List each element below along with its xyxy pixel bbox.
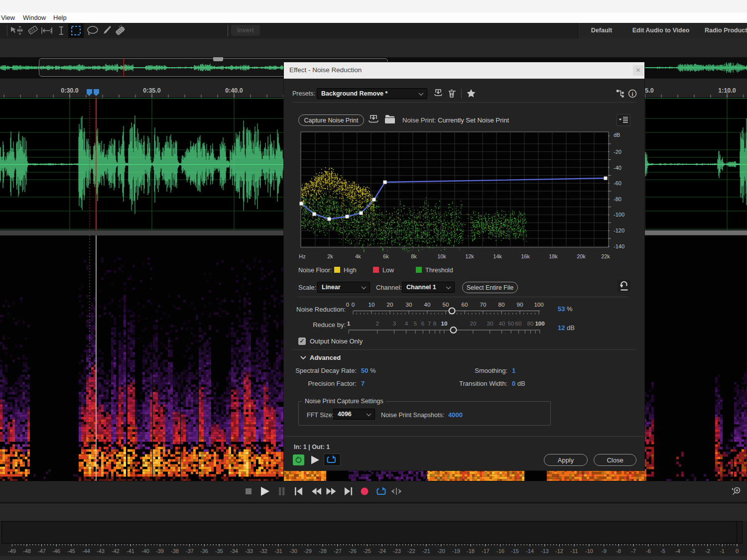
svg-text:-20: -20 bbox=[437, 548, 445, 554]
svg-text:10: 10 bbox=[369, 302, 375, 308]
svg-text:5: 5 bbox=[414, 321, 417, 327]
svg-text:-9: -9 bbox=[602, 548, 607, 554]
svg-text:18k: 18k bbox=[549, 253, 558, 259]
svg-text:-100: -100 bbox=[614, 212, 624, 218]
svg-text:-32: -32 bbox=[259, 548, 267, 554]
svg-text:-15: -15 bbox=[511, 548, 519, 554]
svg-text:-13: -13 bbox=[541, 548, 549, 554]
svg-text:-19: -19 bbox=[452, 548, 460, 554]
svg-text:-11: -11 bbox=[570, 548, 578, 554]
svg-text:0: 0 bbox=[352, 302, 355, 308]
svg-text:4: 4 bbox=[405, 321, 408, 327]
svg-text:-23: -23 bbox=[393, 548, 401, 554]
svg-text:100: 100 bbox=[534, 302, 543, 308]
svg-text:Low: Low bbox=[382, 267, 394, 274]
svg-text:-14: -14 bbox=[526, 548, 534, 554]
svg-text:8k: 8k bbox=[411, 253, 417, 259]
svg-text:Noise Floor:: Noise Floor: bbox=[298, 267, 332, 274]
svg-text:-44: -44 bbox=[82, 548, 90, 554]
svg-text:-10: -10 bbox=[585, 548, 593, 554]
svg-text:30: 30 bbox=[406, 302, 412, 308]
svg-text:High: High bbox=[344, 267, 357, 274]
svg-text:-34: -34 bbox=[230, 548, 238, 554]
svg-text:-42: -42 bbox=[112, 548, 120, 554]
svg-text:20: 20 bbox=[470, 321, 477, 327]
svg-text:-49: -49 bbox=[8, 548, 16, 554]
svg-text:12k: 12k bbox=[465, 253, 474, 259]
svg-text:30: 30 bbox=[487, 321, 494, 327]
svg-text:80: 80 bbox=[498, 302, 505, 308]
svg-text:0: 0 bbox=[346, 302, 349, 308]
svg-text:-36: -36 bbox=[200, 548, 208, 554]
svg-text:50: 50 bbox=[508, 321, 514, 327]
svg-text:2k: 2k bbox=[327, 253, 333, 259]
svg-text:6k: 6k bbox=[383, 253, 389, 259]
svg-text:-41: -41 bbox=[126, 548, 134, 554]
svg-text:-29: -29 bbox=[304, 548, 312, 554]
svg-text:-27: -27 bbox=[334, 548, 342, 554]
svg-text:-38: -38 bbox=[171, 548, 179, 554]
svg-text:6: 6 bbox=[421, 321, 424, 327]
svg-text:-26: -26 bbox=[349, 548, 357, 554]
svg-text:-17: -17 bbox=[482, 548, 490, 554]
svg-text:8: 8 bbox=[433, 321, 436, 327]
svg-text:2: 2 bbox=[376, 321, 379, 327]
svg-text:-31: -31 bbox=[274, 548, 282, 554]
svg-text:100: 100 bbox=[535, 321, 544, 327]
svg-text:dB: dB bbox=[614, 132, 620, 138]
svg-text:70: 70 bbox=[480, 302, 487, 308]
svg-text:-43: -43 bbox=[97, 548, 105, 554]
svg-text:-18: -18 bbox=[467, 548, 475, 554]
svg-text:-7: -7 bbox=[631, 548, 636, 554]
svg-text:-22: -22 bbox=[407, 548, 415, 554]
svg-text:-48: -48 bbox=[23, 548, 31, 554]
svg-text:1: 1 bbox=[347, 321, 351, 327]
svg-text:-16: -16 bbox=[497, 548, 504, 554]
svg-text:-46: -46 bbox=[52, 548, 60, 554]
svg-text:-140: -140 bbox=[614, 243, 624, 249]
svg-text:i: i bbox=[631, 91, 633, 97]
svg-text:-30: -30 bbox=[289, 548, 297, 554]
svg-text:22k: 22k bbox=[601, 253, 610, 259]
svg-text:-25: -25 bbox=[363, 548, 371, 554]
svg-text:-4: -4 bbox=[675, 548, 680, 554]
svg-text:90: 90 bbox=[517, 302, 523, 308]
svg-text:-47: -47 bbox=[38, 548, 46, 554]
svg-text:50: 50 bbox=[443, 302, 449, 308]
svg-text:-20: -20 bbox=[614, 149, 622, 155]
svg-text:-28: -28 bbox=[319, 548, 327, 554]
svg-text:40: 40 bbox=[424, 302, 431, 308]
svg-text:10k: 10k bbox=[437, 253, 446, 259]
svg-text:20k: 20k bbox=[577, 253, 586, 259]
svg-text:3: 3 bbox=[393, 321, 396, 327]
svg-text:-45: -45 bbox=[67, 548, 75, 554]
svg-text:-3: -3 bbox=[690, 548, 695, 554]
svg-text:16k: 16k bbox=[521, 253, 530, 259]
svg-text:-60: -60 bbox=[614, 180, 622, 186]
svg-text:-33: -33 bbox=[245, 548, 253, 554]
svg-text:-1: -1 bbox=[720, 548, 725, 554]
svg-text:-8: -8 bbox=[616, 548, 621, 554]
svg-text:40: 40 bbox=[499, 321, 505, 327]
svg-text:4k: 4k bbox=[355, 253, 361, 259]
svg-text:0: 0 bbox=[736, 548, 739, 554]
svg-text:14k: 14k bbox=[493, 253, 502, 259]
svg-text:20: 20 bbox=[387, 302, 393, 308]
svg-text:-40: -40 bbox=[141, 548, 149, 554]
svg-text:-2: -2 bbox=[705, 548, 710, 554]
svg-text:-6: -6 bbox=[646, 548, 651, 554]
svg-text:-12: -12 bbox=[555, 548, 563, 554]
svg-text:-120: -120 bbox=[614, 227, 624, 233]
svg-text:-80: -80 bbox=[614, 196, 622, 202]
svg-text:60: 60 bbox=[462, 302, 468, 308]
svg-text:-40: -40 bbox=[614, 165, 622, 171]
svg-text:-39: -39 bbox=[156, 548, 164, 554]
svg-text:Hz: Hz bbox=[299, 253, 305, 259]
svg-text:10: 10 bbox=[441, 321, 448, 327]
svg-text:-37: -37 bbox=[186, 548, 194, 554]
svg-text:-35: -35 bbox=[215, 548, 223, 554]
svg-text:7: 7 bbox=[428, 321, 431, 327]
svg-text:60: 60 bbox=[515, 321, 522, 327]
svg-text:80: 80 bbox=[527, 321, 534, 327]
svg-text:Threshold: Threshold bbox=[425, 267, 453, 274]
